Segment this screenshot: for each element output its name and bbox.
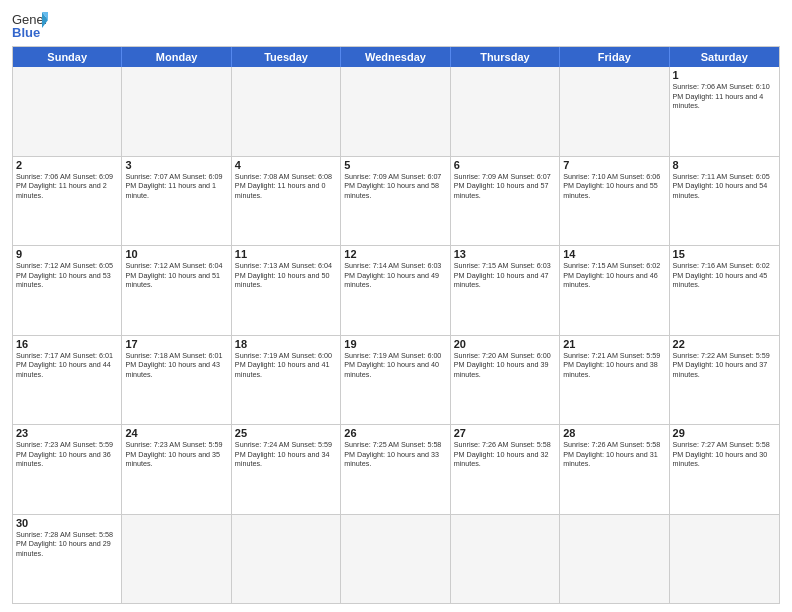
calendar-cell <box>341 67 450 156</box>
calendar-header: SundayMondayTuesdayWednesdayThursdayFrid… <box>13 47 779 67</box>
calendar-cell: 20Sunrise: 7:20 AM Sunset: 6:00 PM Dayli… <box>451 336 560 425</box>
day-number: 26 <box>344 427 446 439</box>
calendar-cell: 22Sunrise: 7:22 AM Sunset: 5:59 PM Dayli… <box>670 336 779 425</box>
svg-text:Blue: Blue <box>12 25 40 40</box>
day-number: 3 <box>125 159 227 171</box>
calendar-row: 16Sunrise: 7:17 AM Sunset: 6:01 PM Dayli… <box>13 336 779 426</box>
day-number: 17 <box>125 338 227 350</box>
cell-info: Sunrise: 7:19 AM Sunset: 6:00 PM Dayligh… <box>344 351 446 380</box>
cell-info: Sunrise: 7:06 AM Sunset: 6:10 PM Dayligh… <box>673 82 776 111</box>
generalblue-logo-icon: General Blue <box>12 10 48 40</box>
cal-header-day: Wednesday <box>341 47 450 67</box>
calendar-row: 1Sunrise: 7:06 AM Sunset: 6:10 PM Daylig… <box>13 67 779 157</box>
calendar-cell: 26Sunrise: 7:25 AM Sunset: 5:58 PM Dayli… <box>341 425 450 514</box>
page: General Blue SundayMondayTuesdayWednesda… <box>0 0 792 612</box>
cell-info: Sunrise: 7:24 AM Sunset: 5:59 PM Dayligh… <box>235 440 337 469</box>
day-number: 9 <box>16 248 118 260</box>
day-number: 29 <box>673 427 776 439</box>
calendar-cell: 2Sunrise: 7:06 AM Sunset: 6:09 PM Daylig… <box>13 157 122 246</box>
cell-info: Sunrise: 7:26 AM Sunset: 5:58 PM Dayligh… <box>454 440 556 469</box>
calendar-row: 30Sunrise: 7:28 AM Sunset: 5:58 PM Dayli… <box>13 515 779 604</box>
cell-info: Sunrise: 7:16 AM Sunset: 6:02 PM Dayligh… <box>673 261 776 290</box>
day-number: 18 <box>235 338 337 350</box>
calendar-cell: 25Sunrise: 7:24 AM Sunset: 5:59 PM Dayli… <box>232 425 341 514</box>
cell-info: Sunrise: 7:27 AM Sunset: 5:58 PM Dayligh… <box>673 440 776 469</box>
calendar-cell: 27Sunrise: 7:26 AM Sunset: 5:58 PM Dayli… <box>451 425 560 514</box>
header: General Blue <box>12 10 780 40</box>
cal-header-day: Saturday <box>670 47 779 67</box>
day-number: 4 <box>235 159 337 171</box>
day-number: 5 <box>344 159 446 171</box>
calendar-cell <box>451 515 560 604</box>
cell-info: Sunrise: 7:12 AM Sunset: 6:04 PM Dayligh… <box>125 261 227 290</box>
day-number: 24 <box>125 427 227 439</box>
calendar-cell <box>451 67 560 156</box>
cell-info: Sunrise: 7:10 AM Sunset: 6:06 PM Dayligh… <box>563 172 665 201</box>
day-number: 15 <box>673 248 776 260</box>
day-number: 23 <box>16 427 118 439</box>
calendar-cell <box>560 67 669 156</box>
calendar-cell: 4Sunrise: 7:08 AM Sunset: 6:08 PM Daylig… <box>232 157 341 246</box>
day-number: 1 <box>673 69 776 81</box>
calendar-row: 9Sunrise: 7:12 AM Sunset: 6:05 PM Daylig… <box>13 246 779 336</box>
cell-info: Sunrise: 7:23 AM Sunset: 5:59 PM Dayligh… <box>16 440 118 469</box>
calendar-cell: 5Sunrise: 7:09 AM Sunset: 6:07 PM Daylig… <box>341 157 450 246</box>
cell-info: Sunrise: 7:12 AM Sunset: 6:05 PM Dayligh… <box>16 261 118 290</box>
cell-info: Sunrise: 7:23 AM Sunset: 5:59 PM Dayligh… <box>125 440 227 469</box>
calendar-cell: 24Sunrise: 7:23 AM Sunset: 5:59 PM Dayli… <box>122 425 231 514</box>
calendar-cell: 23Sunrise: 7:23 AM Sunset: 5:59 PM Dayli… <box>13 425 122 514</box>
calendar: SundayMondayTuesdayWednesdayThursdayFrid… <box>12 46 780 604</box>
calendar-cell: 7Sunrise: 7:10 AM Sunset: 6:06 PM Daylig… <box>560 157 669 246</box>
calendar-cell: 8Sunrise: 7:11 AM Sunset: 6:05 PM Daylig… <box>670 157 779 246</box>
cell-info: Sunrise: 7:21 AM Sunset: 5:59 PM Dayligh… <box>563 351 665 380</box>
day-number: 25 <box>235 427 337 439</box>
calendar-cell: 6Sunrise: 7:09 AM Sunset: 6:07 PM Daylig… <box>451 157 560 246</box>
cell-info: Sunrise: 7:07 AM Sunset: 6:09 PM Dayligh… <box>125 172 227 201</box>
day-number: 21 <box>563 338 665 350</box>
day-number: 28 <box>563 427 665 439</box>
calendar-cell: 1Sunrise: 7:06 AM Sunset: 6:10 PM Daylig… <box>670 67 779 156</box>
day-number: 19 <box>344 338 446 350</box>
cell-info: Sunrise: 7:09 AM Sunset: 6:07 PM Dayligh… <box>344 172 446 201</box>
calendar-cell <box>670 515 779 604</box>
cell-info: Sunrise: 7:09 AM Sunset: 6:07 PM Dayligh… <box>454 172 556 201</box>
calendar-cell <box>122 67 231 156</box>
cell-info: Sunrise: 7:22 AM Sunset: 5:59 PM Dayligh… <box>673 351 776 380</box>
cell-info: Sunrise: 7:11 AM Sunset: 6:05 PM Dayligh… <box>673 172 776 201</box>
cal-header-day: Friday <box>560 47 669 67</box>
day-number: 20 <box>454 338 556 350</box>
calendar-cell: 18Sunrise: 7:19 AM Sunset: 6:00 PM Dayli… <box>232 336 341 425</box>
calendar-cell <box>560 515 669 604</box>
cell-info: Sunrise: 7:13 AM Sunset: 6:04 PM Dayligh… <box>235 261 337 290</box>
cal-header-day: Sunday <box>13 47 122 67</box>
day-number: 13 <box>454 248 556 260</box>
calendar-row: 2Sunrise: 7:06 AM Sunset: 6:09 PM Daylig… <box>13 157 779 247</box>
calendar-cell <box>13 67 122 156</box>
calendar-cell: 30Sunrise: 7:28 AM Sunset: 5:58 PM Dayli… <box>13 515 122 604</box>
cell-info: Sunrise: 7:17 AM Sunset: 6:01 PM Dayligh… <box>16 351 118 380</box>
cell-info: Sunrise: 7:19 AM Sunset: 6:00 PM Dayligh… <box>235 351 337 380</box>
calendar-cell <box>122 515 231 604</box>
day-number: 30 <box>16 517 118 529</box>
cell-info: Sunrise: 7:15 AM Sunset: 6:02 PM Dayligh… <box>563 261 665 290</box>
calendar-cell <box>232 515 341 604</box>
cell-info: Sunrise: 7:14 AM Sunset: 6:03 PM Dayligh… <box>344 261 446 290</box>
calendar-cell: 16Sunrise: 7:17 AM Sunset: 6:01 PM Dayli… <box>13 336 122 425</box>
calendar-body: 1Sunrise: 7:06 AM Sunset: 6:10 PM Daylig… <box>13 67 779 603</box>
day-number: 22 <box>673 338 776 350</box>
day-number: 12 <box>344 248 446 260</box>
calendar-row: 23Sunrise: 7:23 AM Sunset: 5:59 PM Dayli… <box>13 425 779 515</box>
calendar-cell: 12Sunrise: 7:14 AM Sunset: 6:03 PM Dayli… <box>341 246 450 335</box>
cell-info: Sunrise: 7:08 AM Sunset: 6:08 PM Dayligh… <box>235 172 337 201</box>
calendar-cell: 28Sunrise: 7:26 AM Sunset: 5:58 PM Dayli… <box>560 425 669 514</box>
day-number: 2 <box>16 159 118 171</box>
calendar-cell: 11Sunrise: 7:13 AM Sunset: 6:04 PM Dayli… <box>232 246 341 335</box>
calendar-cell: 9Sunrise: 7:12 AM Sunset: 6:05 PM Daylig… <box>13 246 122 335</box>
calendar-cell: 29Sunrise: 7:27 AM Sunset: 5:58 PM Dayli… <box>670 425 779 514</box>
cell-info: Sunrise: 7:25 AM Sunset: 5:58 PM Dayligh… <box>344 440 446 469</box>
cal-header-day: Thursday <box>451 47 560 67</box>
cell-info: Sunrise: 7:15 AM Sunset: 6:03 PM Dayligh… <box>454 261 556 290</box>
calendar-cell <box>232 67 341 156</box>
cell-info: Sunrise: 7:06 AM Sunset: 6:09 PM Dayligh… <box>16 172 118 201</box>
cell-info: Sunrise: 7:26 AM Sunset: 5:58 PM Dayligh… <box>563 440 665 469</box>
